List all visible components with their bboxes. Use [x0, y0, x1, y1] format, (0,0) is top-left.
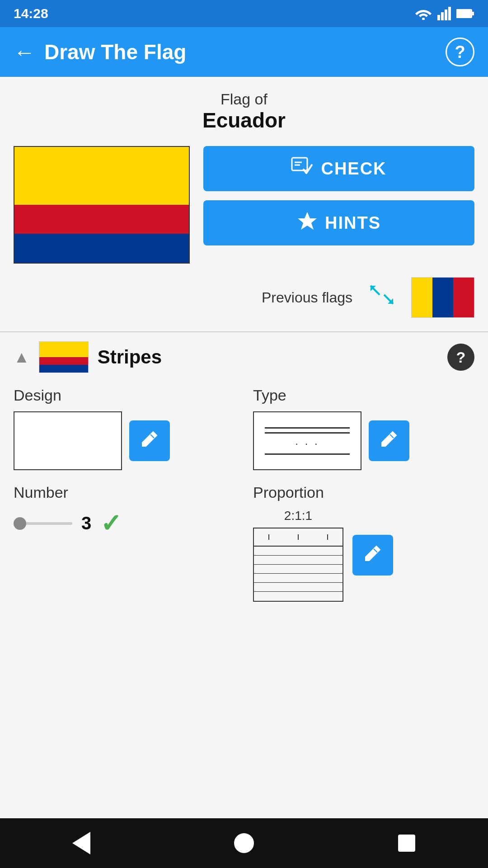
stripes-section: ▲ Stripes ? Design	[0, 332, 488, 611]
proportion-label: Proportion	[253, 484, 474, 501]
proportion-edit-button[interactable]	[352, 535, 393, 576]
svg-rect-5	[456, 9, 472, 18]
collapse-icon[interactable]: ▲	[14, 348, 30, 367]
slider-value: 3	[81, 513, 91, 533]
svg-rect-1	[437, 15, 440, 20]
flag-of-text: Flag of	[0, 90, 488, 108]
slider-container	[14, 522, 72, 525]
stripes-mini-flag	[39, 341, 89, 373]
check-button[interactable]: CHECK	[203, 146, 474, 191]
flag-stripe-yellow	[14, 147, 189, 205]
prev-flag-blue-stripe	[432, 278, 453, 317]
previous-flag-thumbnail[interactable]	[411, 277, 474, 318]
hints-label: HINTS	[325, 213, 381, 233]
design-preview-box	[14, 411, 122, 470]
number-checkmark: ✓	[100, 509, 122, 538]
proportion-content: 2:1:1	[253, 509, 474, 602]
nav-recents-button[interactable]	[391, 827, 422, 859]
nav-bar	[0, 818, 488, 868]
number-label: Number	[14, 484, 235, 501]
back-button[interactable]: ←	[14, 40, 35, 65]
country-name: Ecuador	[0, 108, 488, 132]
number-slider-track[interactable]	[14, 522, 72, 525]
ecuador-flag	[14, 146, 190, 264]
type-edit-button[interactable]	[369, 420, 409, 461]
star-icon	[297, 211, 318, 236]
type-control: · · ·	[253, 411, 474, 470]
flag-stripe-blue	[14, 234, 189, 263]
nav-home-icon	[234, 833, 254, 853]
design-label: Design	[14, 387, 235, 404]
status-icons	[415, 7, 474, 20]
proportion-edit-icon	[363, 543, 383, 567]
type-label: Type	[253, 387, 474, 404]
type-column: Type · · ·	[253, 387, 474, 470]
nav-home-button[interactable]	[228, 827, 260, 859]
svg-marker-10	[298, 212, 317, 230]
flag-header: Flag of Ecuador	[0, 77, 488, 137]
design-edit-icon	[140, 429, 160, 453]
nav-back-button[interactable]	[66, 827, 97, 859]
proportion-box	[253, 528, 343, 602]
app-title: Draw The Flag	[44, 40, 446, 64]
svg-rect-3	[445, 9, 447, 20]
expand-arrows-icon	[366, 281, 398, 314]
svg-point-0	[422, 18, 425, 20]
hints-button[interactable]: HINTS	[203, 200, 474, 245]
wifi-icon	[415, 7, 432, 20]
help-button[interactable]: ?	[446, 38, 474, 66]
number-slider-thumb[interactable]	[14, 517, 26, 530]
nav-back-icon	[72, 832, 90, 854]
proportion-diagram: 2:1:1	[253, 509, 343, 602]
check-label: CHECK	[321, 159, 386, 179]
design-edit-button[interactable]	[129, 420, 170, 461]
stripes-header: ▲ Stripes ?	[14, 341, 474, 373]
nav-recents-icon	[398, 835, 415, 852]
previous-flags-label: Previous flags	[262, 289, 352, 306]
design-type-row: Design Type	[14, 387, 474, 470]
flag-stripe-red	[14, 205, 189, 234]
svg-rect-7	[292, 158, 307, 170]
status-time: 14:28	[14, 6, 48, 21]
design-column: Design	[14, 387, 235, 470]
proportion-column: Proportion 2:1:1	[253, 484, 474, 602]
prev-flag-yellow-stripe	[412, 278, 432, 317]
stripes-title: Stripes	[98, 346, 438, 368]
status-bar: 14:28	[0, 0, 488, 27]
type-preview-box: · · ·	[253, 411, 361, 470]
top-section: CHECK HINTS	[0, 137, 488, 273]
proportion-ratio: 2:1:1	[284, 509, 312, 523]
previous-flags-section: Previous flags	[0, 273, 488, 331]
prev-flag-red-stripe	[453, 278, 474, 317]
svg-rect-2	[441, 12, 444, 20]
number-control: 3 ✓	[14, 509, 235, 538]
number-column: Number 3 ✓	[14, 484, 235, 602]
signal-icon	[437, 7, 451, 20]
main-content: Flag of Ecuador CHECK	[0, 77, 488, 818]
battery-icon	[456, 8, 474, 19]
stripes-help-button[interactable]: ?	[447, 344, 474, 371]
svg-rect-4	[448, 7, 451, 20]
svg-rect-6	[472, 12, 474, 15]
type-edit-icon	[379, 429, 399, 453]
number-proportion-row: Number 3 ✓ Proportion 2:1:1	[14, 484, 474, 602]
design-control	[14, 411, 235, 470]
app-bar: ← Draw The Flag ?	[0, 27, 488, 77]
check-icon	[291, 157, 314, 181]
buttons-column: CHECK HINTS	[203, 146, 474, 245]
